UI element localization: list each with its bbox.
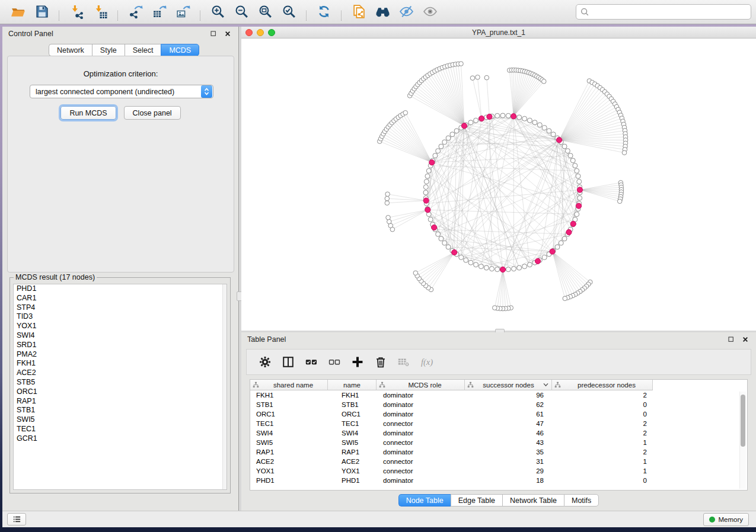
table-cell[interactable]: ACE2	[328, 458, 377, 465]
tab-network[interactable]: Network	[49, 44, 92, 56]
export-image-button[interactable]	[173, 2, 193, 21]
table-cell[interactable]: STB1	[250, 401, 328, 408]
network-from-file-button[interactable]	[349, 2, 369, 21]
table-cell[interactable]: FKH1	[250, 392, 328, 399]
table-cell[interactable]: SWI4	[250, 430, 328, 437]
mcds-result-item[interactable]: CAR1	[14, 294, 227, 303]
mcds-result-item[interactable]: FKH1	[14, 359, 227, 368]
table-cell[interactable]: PHD1	[250, 477, 328, 484]
deselect-all-rows-button[interactable]	[324, 352, 344, 372]
table-row[interactable]: FKH1FKH1dominator962	[250, 390, 747, 400]
table-cell[interactable]: YOX1	[250, 467, 328, 475]
float-table-panel-icon[interactable]	[726, 335, 736, 344]
table-cell[interactable]: RAP1	[250, 448, 328, 456]
search-network-button[interactable]	[372, 2, 393, 21]
table-cell[interactable]: connector	[377, 458, 465, 465]
table-scrollbar[interactable]	[739, 392, 746, 489]
table-cell[interactable]: 0	[552, 401, 653, 408]
delete-table-button[interactable]	[394, 352, 414, 372]
table-cell[interactable]: 1	[552, 439, 653, 446]
table-cell[interactable]: SWI5	[250, 439, 328, 446]
mcds-result-list[interactable]: PHD1CAR1STP4TID3YOX1SWI4SRD1PMA2FKH1ACE2…	[13, 284, 227, 490]
delete-column-button[interactable]	[371, 352, 391, 372]
tab-select[interactable]: Select	[125, 44, 161, 56]
export-table-button[interactable]	[149, 2, 169, 21]
table-cell[interactable]: 31	[465, 458, 552, 465]
tab-motifs[interactable]: Motifs	[564, 494, 599, 507]
table-cell[interactable]: SWI4	[328, 430, 377, 437]
mcds-result-item[interactable]: YOX1	[14, 322, 227, 331]
table-cell[interactable]: 96	[465, 392, 552, 399]
zoom-selected-button[interactable]	[279, 2, 299, 21]
function-builder-button[interactable]: f(x)	[417, 352, 437, 372]
table-settings-button[interactable]	[255, 352, 275, 372]
column-header-name[interactable]: name	[328, 380, 377, 390]
table-cell[interactable]: YOX1	[328, 467, 377, 475]
table-cell[interactable]: 2	[552, 430, 653, 437]
mcds-result-item[interactable]: SWI4	[14, 331, 227, 341]
mcds-result-item[interactable]: STB1	[14, 406, 227, 415]
table-cell[interactable]: dominator	[377, 448, 465, 456]
table-row[interactable]: YOX1YOX1connector291	[250, 466, 747, 476]
mcds-result-item[interactable]: STB5	[14, 378, 227, 387]
zoom-in-button[interactable]	[208, 2, 228, 21]
table-cell[interactable]: ORC1	[328, 411, 377, 418]
table-cell[interactable]: TEC1	[328, 420, 377, 427]
table-row[interactable]: SWI5SWI5connector431	[250, 438, 747, 447]
table-cell[interactable]: 2	[552, 420, 653, 427]
select-all-rows-button[interactable]	[301, 352, 321, 372]
zoom-fit-button[interactable]	[255, 2, 275, 21]
save-session-button[interactable]	[31, 2, 52, 21]
table-cell[interactable]: dominator	[377, 411, 465, 418]
show-graphics-button[interactable]	[420, 2, 440, 21]
table-cell[interactable]: PHD1	[328, 477, 377, 484]
table-cell[interactable]: RAP1	[328, 448, 377, 456]
hide-graphics-button[interactable]	[396, 2, 416, 21]
table-cell[interactable]: dominator	[377, 401, 465, 408]
tab-network-table[interactable]: Network Table	[502, 494, 564, 507]
column-header-predecessor-nodes[interactable]: predecessor nodes	[552, 380, 653, 390]
table-row[interactable]: PHD1PHD1dominator180	[250, 476, 747, 485]
table-cell[interactable]: 2	[552, 392, 653, 399]
table-cell[interactable]: 1	[552, 458, 653, 465]
column-header-shared-name[interactable]: shared name	[250, 380, 328, 390]
mcds-result-item[interactable]: SWI5	[14, 415, 227, 425]
table-cell[interactable]: 61	[465, 411, 552, 418]
mcds-result-item[interactable]: GCR1	[14, 434, 227, 444]
mcds-result-item[interactable]: ORC1	[14, 387, 227, 397]
float-panel-icon[interactable]	[209, 29, 218, 39]
tab-edge-table[interactable]: Edge Table	[451, 494, 502, 507]
mcds-result-item[interactable]: PHD1	[14, 284, 227, 294]
criterion-dropdown[interactable]: largest connected component (undirected)	[30, 85, 213, 98]
table-cell[interactable]: 0	[552, 411, 653, 418]
search-input[interactable]	[589, 6, 747, 18]
table-cell[interactable]: ACE2	[250, 458, 328, 465]
mcds-result-item[interactable]: STP4	[14, 303, 227, 313]
table-cell[interactable]: dominator	[377, 477, 465, 484]
column-header-MCDS-role[interactable]: MCDS role	[377, 380, 465, 390]
table-cell[interactable]: SWI5	[328, 439, 377, 446]
table-row[interactable]: SWI4SWI4dominator462	[250, 428, 747, 438]
table-cell[interactable]: STB1	[328, 401, 377, 408]
mcds-result-item[interactable]: TEC1	[14, 425, 227, 434]
table-cell[interactable]: dominator	[377, 392, 465, 399]
table-cell[interactable]: 46	[465, 430, 552, 437]
close-panel-icon[interactable]	[223, 29, 232, 39]
table-cell[interactable]: 2	[552, 448, 653, 456]
tab-mcds[interactable]: MCDS	[161, 44, 199, 56]
table-row[interactable]: RAP1RAP1dominator352	[250, 447, 747, 457]
tab-style[interactable]: Style	[92, 44, 125, 56]
table-cell[interactable]: connector	[377, 439, 465, 446]
close-table-panel-icon[interactable]	[741, 335, 750, 344]
mcds-result-item[interactable]: ACE2	[14, 368, 227, 378]
import-network-button[interactable]	[66, 2, 87, 21]
table-cell[interactable]: 62	[465, 401, 552, 408]
result-scrollbar[interactable]	[222, 284, 227, 489]
table-row[interactable]: ORC1ORC1dominator610	[250, 409, 747, 419]
add-column-button[interactable]	[347, 352, 368, 372]
table-cell[interactable]: 43	[465, 439, 552, 446]
table-row[interactable]: STB1STB1dominator620	[250, 400, 747, 409]
import-table-button[interactable]	[90, 2, 110, 21]
mcds-result-item[interactable]: RAP1	[14, 397, 227, 406]
column-view-button[interactable]	[278, 352, 298, 372]
